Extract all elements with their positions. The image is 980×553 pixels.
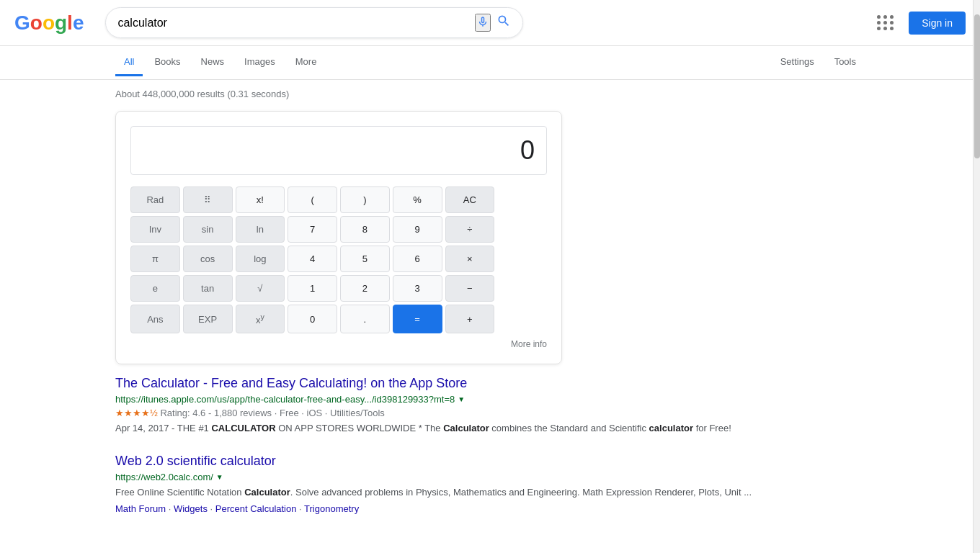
tab-settings[interactable]: Settings [772, 49, 823, 76]
calc-btn-0[interactable]: 0 [288, 305, 337, 333]
scrollbar-thumb[interactable] [974, 14, 980, 158]
tab-more[interactable]: More [287, 49, 326, 76]
result-meta-1: ★★★★½ Rating: 4.6 - 1,880 reviews · Free… [115, 408, 865, 418]
google-logo: Google [14, 12, 84, 35]
calc-btn-2[interactable]: 2 [340, 275, 390, 302]
calc-display: 0 [130, 126, 547, 175]
calc-btn-ac[interactable]: AC [445, 186, 495, 213]
calc-btn-exp[interactable]: EXP [183, 305, 233, 333]
calc-btn-percent[interactable]: % [393, 186, 442, 213]
search-input[interactable] [117, 17, 475, 30]
calc-btn-e[interactable]: e [130, 275, 180, 302]
dropdown-arrow-2[interactable]: ▼ [216, 473, 223, 481]
calc-btn-inv[interactable]: Inv [130, 216, 180, 243]
results-area: About 448,000,000 results (0.31 seconds)… [0, 80, 980, 540]
tab-images[interactable]: Images [236, 49, 284, 76]
result-snippet-1: Apr 14, 2017 - THE #1 CALCULATOR ON APP … [115, 421, 865, 436]
more-info-link[interactable]: More info [130, 339, 547, 349]
calc-btn-9[interactable]: 9 [393, 216, 442, 243]
search-result-1: The Calculator - Free and Easy Calculati… [115, 376, 865, 436]
calc-btn-rad[interactable]: Rad [130, 186, 180, 213]
header-right: Sign in [874, 12, 966, 35]
calc-buttons: Rad ⠿ x! ( ) % AC Inv sin ln 7 8 9 ÷ π c… [130, 186, 547, 333]
result-link-mathforum[interactable]: Math Forum [115, 503, 166, 514]
result-url-2: https://web2.0calc.com/ ▼ [115, 472, 865, 482]
calc-btn-minus[interactable]: − [445, 275, 495, 302]
tab-news[interactable]: News [192, 49, 233, 76]
header: Google Sign in [0, 0, 980, 46]
dropdown-arrow-1[interactable]: ▼ [458, 395, 465, 403]
result-links-2: Math Forum · Widgets · Percent Calculati… [115, 503, 865, 514]
calc-btn-sin[interactable]: sin [183, 216, 233, 243]
search-bar [105, 7, 523, 38]
result-title-1[interactable]: The Calculator - Free and Easy Calculati… [115, 376, 865, 391]
search-result-2: Web 2.0 scientific calculator https://we… [115, 454, 865, 514]
result-title-2[interactable]: Web 2.0 scientific calculator [115, 454, 865, 469]
scrollbar-track [973, 0, 980, 540]
calc-btn-3[interactable]: 3 [393, 275, 442, 302]
tab-tools[interactable]: Tools [826, 49, 865, 76]
calc-btn-5[interactable]: 5 [340, 246, 390, 272]
calc-btn-open-paren[interactable]: ( [288, 186, 337, 213]
result-link-widgets[interactable]: Widgets [174, 503, 208, 514]
calc-btn-equals[interactable]: = [393, 305, 442, 333]
calculator-widget: 0 Rad ⠿ x! ( ) % AC Inv sin ln 7 8 9 ÷ π… [115, 111, 562, 364]
calc-btn-plus[interactable]: + [445, 305, 495, 333]
calc-btn-sqrt[interactable]: √ [236, 275, 285, 302]
calc-btn-log[interactable]: log [236, 246, 285, 272]
calc-btn-factorial[interactable]: x! [236, 186, 285, 213]
calc-btn-dot[interactable]: . [340, 305, 390, 333]
calc-btn-power[interactable]: xy [236, 305, 285, 333]
calc-btn-grid[interactable]: ⠿ [183, 186, 233, 213]
calc-btn-divide[interactable]: ÷ [445, 216, 495, 243]
result-snippet-2: Free Online Scientific Notation Calculat… [115, 485, 865, 500]
calc-btn-multiply[interactable]: × [445, 246, 495, 272]
mic-icon[interactable] [475, 14, 491, 32]
search-button[interactable] [496, 14, 511, 32]
calc-btn-pi[interactable]: π [130, 246, 180, 272]
calc-btn-6[interactable]: 6 [393, 246, 442, 272]
calc-btn-ans[interactable]: Ans [130, 305, 180, 333]
result-url-1: https://itunes.apple.com/us/app/the-calc… [115, 394, 865, 405]
result-link-percent[interactable]: Percent Calculation [215, 503, 297, 514]
calc-btn-ln[interactable]: ln [236, 216, 285, 243]
calc-btn-cos[interactable]: cos [183, 246, 233, 272]
apps-grid-icon[interactable] [874, 12, 897, 33]
nav-tabs: All Books News Images More Settings Tool… [0, 46, 980, 80]
sign-in-button[interactable]: Sign in [909, 12, 966, 35]
calc-btn-4[interactable]: 4 [288, 246, 337, 272]
calc-btn-7[interactable]: 7 [288, 216, 337, 243]
results-count: About 448,000,000 results (0.31 seconds) [115, 89, 865, 99]
calc-btn-1[interactable]: 1 [288, 275, 337, 302]
calc-btn-tan[interactable]: tan [183, 275, 233, 302]
result-link-trig[interactable]: Trigonometry [304, 503, 359, 514]
tab-books[interactable]: Books [146, 49, 189, 76]
calc-btn-close-paren[interactable]: ) [340, 186, 390, 213]
calc-btn-8[interactable]: 8 [340, 216, 390, 243]
tab-all[interactable]: All [115, 49, 143, 76]
